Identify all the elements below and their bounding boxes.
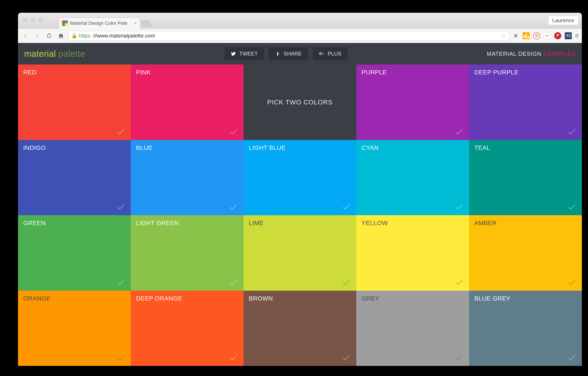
window-controls[interactable] xyxy=(23,18,43,22)
swatch-label: RED xyxy=(23,69,37,76)
swatch-label: DEEP ORANGE xyxy=(136,295,182,302)
gplus-icon xyxy=(319,51,325,57)
swatch-blue[interactable]: BLUE xyxy=(131,140,243,215)
swatch-label: ORANGE xyxy=(23,295,51,302)
reload-button[interactable] xyxy=(45,33,53,39)
close-tab-icon[interactable]: × xyxy=(134,21,137,26)
logo[interactable]: material palette xyxy=(24,49,85,59)
check-icon xyxy=(116,202,126,212)
facebook-icon xyxy=(275,51,281,57)
swatch-amber[interactable]: AMBER xyxy=(469,215,582,291)
share-bar: TWEET SHARE PLUS xyxy=(224,47,347,60)
check-icon xyxy=(341,278,351,287)
swatch-red[interactable]: RED xyxy=(18,64,131,140)
check-icon xyxy=(454,278,464,287)
header-link-examples: EXAMPLES xyxy=(543,51,576,57)
check-icon xyxy=(116,278,126,287)
check-icon xyxy=(454,353,464,362)
swatch-label: YELLOW xyxy=(362,219,388,226)
swatch-label: LIGHT BLUE xyxy=(249,144,286,151)
swatch-yellow[interactable]: YELLOW xyxy=(356,215,469,291)
check-icon xyxy=(567,202,577,212)
logo-text-a: material xyxy=(24,49,58,59)
tab-title: Material Design Color Pale xyxy=(70,21,127,26)
check-icon xyxy=(229,127,238,136)
swatch-light-green[interactable]: LIGHT GREEN xyxy=(131,215,243,291)
swatch-lime[interactable]: LIME xyxy=(243,215,356,291)
swatch-indigo[interactable]: INDIGO xyxy=(18,140,131,215)
check-icon xyxy=(567,353,577,362)
swatch-label: BROWN xyxy=(249,295,273,302)
plus-label: PLUS xyxy=(327,51,341,57)
menu-button[interactable]: ≡ xyxy=(575,32,579,40)
swatch-placeholder: PICK TWO COLORS xyxy=(243,64,356,140)
browser-tab[interactable]: Material Design Color Pale × xyxy=(59,18,140,29)
swatch-label: LIGHT GREEN xyxy=(136,219,179,226)
swatch-label: PINK xyxy=(136,69,151,76)
swatch-green[interactable]: GREEN xyxy=(18,215,131,291)
check-icon xyxy=(116,127,126,136)
buffer-ext-icon[interactable]: ≡ xyxy=(512,32,519,39)
swatch-label: PURPLE xyxy=(362,69,387,76)
check-icon xyxy=(454,202,464,212)
analytics-ext-icon[interactable] xyxy=(523,32,530,39)
check-icon xyxy=(229,202,238,212)
back-button[interactable] xyxy=(21,33,30,39)
minimize-dot-icon[interactable] xyxy=(31,18,36,22)
swatch-deep-purple[interactable]: DEEP PURPLE xyxy=(469,64,582,140)
address-toolbar: 🔒 https://www.materialpalette.com ☆ ≡ O … xyxy=(18,29,582,43)
swatch-label: CYAN xyxy=(362,144,379,151)
address-bar[interactable]: 🔒 https://www.materialpalette.com ☆ xyxy=(68,31,509,41)
swatch-purple[interactable]: PURPLE xyxy=(356,64,469,140)
share-label: SHARE xyxy=(284,51,302,57)
swatch-label: GREEN xyxy=(23,219,46,226)
swatch-light-blue[interactable]: LIGHT BLUE xyxy=(243,140,356,215)
swatch-deep-orange[interactable]: DEEP ORANGE xyxy=(131,291,243,366)
share-button[interactable]: SHARE xyxy=(269,47,308,60)
check-icon xyxy=(567,127,577,136)
check-icon xyxy=(116,353,126,362)
swatch-grey[interactable]: GREY xyxy=(356,291,469,366)
swatch-pink[interactable]: PINK xyxy=(131,64,243,140)
titlebar: Material Design Color Pale × Laurence xyxy=(18,13,582,29)
home-button[interactable] xyxy=(57,33,65,39)
close-dot-icon[interactable] xyxy=(23,18,28,22)
check-icon xyxy=(341,202,351,212)
extensions: ≡ O P 43 xyxy=(512,32,572,39)
check-icon xyxy=(567,278,577,287)
counter-ext-icon[interactable]: 43 xyxy=(565,32,572,39)
swatch-label: LIME xyxy=(249,219,263,226)
swatch-grid: REDPINKPICK TWO COLORSPURPLEDEEP PURPLEI… xyxy=(18,64,582,366)
tweet-label: TWEET xyxy=(239,51,258,57)
header-links[interactable]: MATERIAL DESIGN EXAMPLES xyxy=(487,51,576,57)
swatch-cyan[interactable]: CYAN xyxy=(356,140,469,215)
swatch-blue-grey[interactable]: BLUE GREY xyxy=(469,291,582,366)
swatch-teal[interactable]: TEAL xyxy=(469,140,582,215)
logo-text-b: palette xyxy=(58,49,85,59)
swatch-label: BLUE GREY xyxy=(474,295,511,302)
plus-button[interactable]: PLUS xyxy=(313,47,347,60)
swatch-label: TEAL xyxy=(474,144,490,151)
check-icon xyxy=(341,353,351,362)
swatch-label: DEEP PURPLE xyxy=(474,69,518,76)
bookmark-star-icon[interactable]: ☆ xyxy=(501,32,506,39)
page: material palette TWEET SHARE PLUS xyxy=(18,43,582,366)
placeholder-msg: PICK TWO COLORS xyxy=(267,98,333,106)
swatch-brown[interactable]: BROWN xyxy=(243,291,356,366)
profile-chip[interactable]: Laurence xyxy=(548,16,578,25)
new-tab-button[interactable] xyxy=(141,21,152,27)
swatch-label: GREY xyxy=(362,295,379,302)
opera-ext-icon[interactable]: O xyxy=(533,32,540,39)
gmail-ext-icon[interactable] xyxy=(544,32,551,39)
url-scheme: https xyxy=(79,33,90,39)
pinterest-ext-icon[interactable]: P xyxy=(554,32,561,39)
swatch-orange[interactable]: ORANGE xyxy=(18,291,131,366)
check-icon xyxy=(454,127,464,136)
lock-icon: 🔒 xyxy=(71,33,77,39)
tweet-button[interactable]: TWEET xyxy=(224,47,264,60)
forward-button[interactable] xyxy=(33,33,42,39)
url-rest: ://www.materialpalette.com xyxy=(92,33,155,39)
zoom-dot-icon[interactable] xyxy=(39,18,43,22)
swatch-label: AMBER xyxy=(474,219,497,226)
favicon-icon xyxy=(62,21,68,26)
